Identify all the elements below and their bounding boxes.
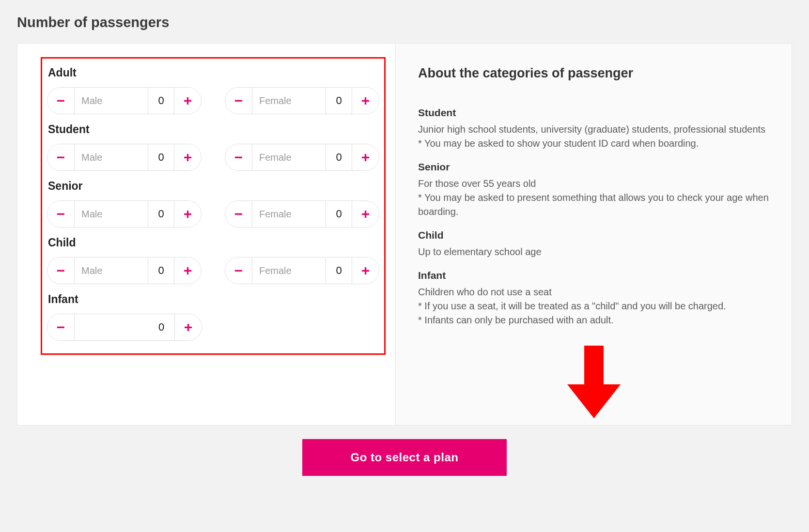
value-adult-male: 0: [148, 88, 174, 114]
passenger-controls-panel: Adult − Male 0 + − Female 0 +: [17, 44, 395, 425]
plus-icon: +: [184, 149, 192, 166]
category-title-student: Student: [48, 123, 379, 136]
minus-icon: −: [57, 149, 65, 166]
label-infant-blank: [75, 314, 148, 340]
plus-icon: +: [184, 206, 192, 222]
category-title-infant: Infant: [48, 293, 379, 306]
annotation-arrow-down-icon: [567, 346, 621, 418]
page-title: Number of passengers: [17, 15, 792, 30]
label-senior-female: Female: [252, 201, 326, 227]
stepper-student-male: − Male 0 +: [47, 144, 202, 171]
value-senior-female: 0: [326, 201, 352, 227]
plus-icon: +: [361, 206, 370, 222]
increment-adult-male[interactable]: +: [174, 88, 201, 114]
stepper-adult-female: − Female 0 +: [225, 87, 379, 114]
plus-icon: +: [361, 149, 370, 166]
label-student-female: Female: [252, 144, 326, 170]
decrement-infant[interactable]: −: [47, 314, 75, 340]
minus-icon: −: [234, 262, 243, 279]
category-title-adult: Adult: [48, 66, 379, 79]
stepper-child-female: − Female 0 +: [225, 257, 379, 284]
minus-icon: −: [57, 206, 65, 222]
info-body-student: Junior high school students, university …: [418, 122, 769, 151]
category-title-child: Child: [48, 236, 379, 249]
info-head-senior: Senior: [418, 161, 769, 173]
value-infant: 0: [148, 314, 174, 340]
stepper-senior-female: − Female 0 +: [225, 200, 379, 228]
decrement-senior-male[interactable]: −: [47, 201, 75, 227]
info-block-student: Student Junior high school students, uni…: [418, 107, 769, 151]
info-panel: About the categories of passenger Studen…: [395, 44, 792, 425]
label-senior-male: Male: [75, 201, 148, 227]
increment-infant[interactable]: +: [174, 314, 202, 340]
value-child-female: 0: [326, 258, 352, 284]
minus-icon: −: [57, 319, 65, 335]
plus-icon: +: [184, 92, 192, 109]
value-child-male: 0: [148, 258, 174, 284]
decrement-child-male[interactable]: −: [47, 258, 75, 284]
info-body-infant: Children who do not use a seat * If you …: [418, 285, 769, 327]
decrement-adult-male[interactable]: −: [47, 88, 75, 114]
value-adult-female: 0: [326, 88, 352, 114]
info-body-senior: For those over 55 years old * You may be…: [418, 177, 769, 219]
stepper-infant: − 0 +: [47, 314, 202, 341]
label-adult-male: Male: [75, 88, 148, 114]
info-head-student: Student: [418, 107, 769, 119]
minus-icon: −: [234, 206, 243, 222]
plus-icon: +: [184, 319, 193, 335]
category-title-senior: Senior: [48, 180, 379, 193]
decrement-child-female[interactable]: −: [225, 258, 252, 284]
info-block-infant: Infant Children who do not use a seat * …: [418, 270, 769, 327]
increment-child-female[interactable]: +: [352, 258, 379, 284]
info-head-infant: Infant: [418, 270, 769, 281]
stepper-adult-male: − Male 0 +: [47, 87, 202, 114]
info-block-senior: Senior For those over 55 years old * You…: [418, 161, 769, 219]
stepper-child-male: − Male 0 +: [47, 257, 202, 284]
value-senior-male: 0: [148, 201, 174, 227]
decrement-student-female[interactable]: −: [225, 144, 252, 170]
increment-adult-female[interactable]: +: [352, 88, 379, 114]
plus-icon: +: [361, 262, 370, 279]
info-head-child: Child: [418, 229, 769, 241]
decrement-adult-female[interactable]: −: [225, 88, 252, 114]
increment-senior-male[interactable]: +: [174, 201, 201, 227]
increment-senior-female[interactable]: +: [352, 201, 379, 227]
minus-icon: −: [234, 92, 243, 109]
highlight-box: Adult − Male 0 + − Female 0 +: [41, 57, 386, 355]
value-student-male: 0: [148, 144, 174, 170]
go-to-select-plan-button[interactable]: Go to select a plan: [302, 439, 507, 476]
info-body-child: Up to elementary school age: [418, 245, 769, 259]
stepper-senior-male: − Male 0 +: [47, 200, 202, 228]
passenger-card: Adult − Male 0 + − Female 0 +: [17, 43, 792, 426]
minus-icon: −: [57, 262, 65, 279]
value-student-female: 0: [326, 144, 352, 170]
increment-student-female[interactable]: +: [352, 144, 379, 170]
label-adult-female: Female: [252, 88, 326, 114]
plus-icon: +: [361, 92, 370, 109]
label-child-female: Female: [252, 258, 326, 284]
info-title: About the categories of passenger: [418, 66, 769, 81]
increment-student-male[interactable]: +: [174, 144, 201, 170]
plus-icon: +: [184, 262, 192, 279]
minus-icon: −: [57, 92, 65, 109]
increment-child-male[interactable]: +: [174, 258, 201, 284]
label-student-male: Male: [75, 144, 148, 170]
label-child-male: Male: [75, 258, 148, 284]
decrement-senior-female[interactable]: −: [225, 201, 252, 227]
decrement-student-male[interactable]: −: [47, 144, 75, 170]
stepper-student-female: − Female 0 +: [225, 144, 379, 171]
svg-marker-0: [567, 346, 621, 418]
minus-icon: −: [234, 149, 243, 166]
info-block-child: Child Up to elementary school age: [418, 229, 769, 259]
